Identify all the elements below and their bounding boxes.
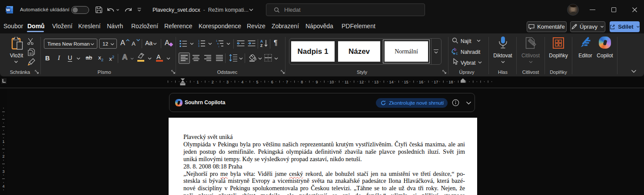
- svg-text:4: 4: [2, 184, 4, 188]
- svg-text:9: 9: [316, 80, 318, 84]
- svg-text:7: 7: [286, 80, 288, 84]
- svg-text:W: W: [6, 7, 10, 12]
- svg-text:15: 15: [404, 80, 408, 84]
- svg-text:5: 5: [256, 80, 258, 84]
- svg-text:A: A: [260, 39, 263, 43]
- svg-text:2: 2: [212, 80, 214, 84]
- svg-text:c: c: [456, 51, 458, 56]
- svg-text:4: 4: [241, 80, 243, 84]
- svg-text:14: 14: [389, 80, 393, 84]
- svg-text:Z: Z: [260, 43, 262, 48]
- svg-text:11: 11: [345, 80, 349, 84]
- svg-text:3: 3: [198, 45, 199, 47]
- svg-text:16: 16: [419, 80, 423, 84]
- svg-text:18: 18: [448, 80, 453, 84]
- svg-text:10: 10: [329, 80, 334, 84]
- svg-text:6: 6: [271, 80, 273, 84]
- svg-text:12: 12: [359, 80, 364, 84]
- svg-text:13: 13: [374, 80, 378, 84]
- svg-text:2: 2: [2, 154, 4, 159]
- svg-text:i: i: [219, 45, 219, 47]
- svg-text:a: a: [217, 42, 219, 45]
- svg-text:3: 3: [2, 169, 4, 174]
- svg-text:3: 3: [226, 80, 229, 84]
- svg-text:8: 8: [301, 80, 303, 84]
- svg-text:1: 1: [196, 80, 199, 84]
- svg-text:1: 1: [2, 139, 4, 144]
- svg-text:17: 17: [434, 80, 438, 84]
